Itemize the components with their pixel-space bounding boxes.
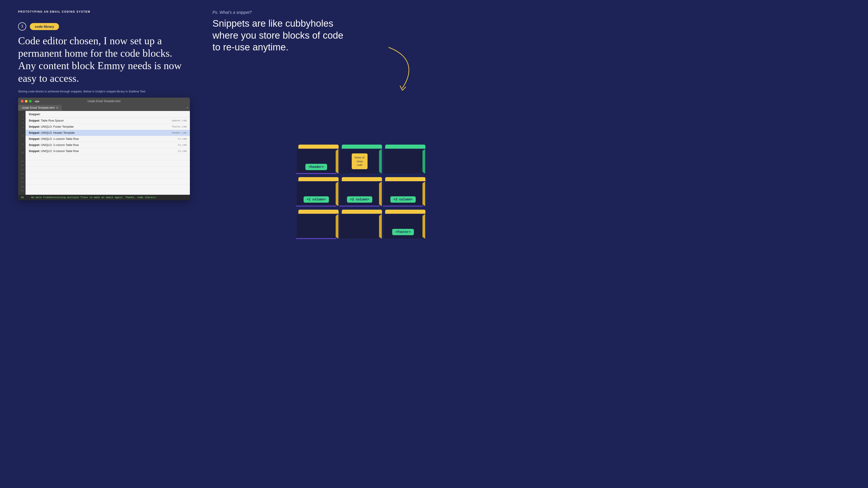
snippet-search-label: Snippet:: [29, 112, 40, 116]
dropdown-arrow[interactable]: ▾: [187, 106, 190, 109]
snippet-key-2col: t2,tab: [178, 144, 187, 147]
back-arrow: ◀: [34, 99, 37, 103]
snippet-item-2col[interactable]: Snippet: UNIQLO: 2-column Table Row t2,t…: [26, 142, 190, 148]
editor-titlebar: ◀ ▶ Uniqlo Email Template.html: [18, 98, 190, 105]
editor-window: ◀ ▶ Uniqlo Email Template.html Uniqlo Em…: [18, 98, 190, 200]
snippet-description: Snippets are like cubbyholes where you s…: [213, 18, 348, 53]
line-numbers: 1 2 3 4 6 8 10 12 13 14 15 16 17: [18, 111, 26, 195]
snippet-item-footer[interactable]: Snippet: UNIQLO: Footer Template footer,…: [26, 124, 190, 130]
snippet-bold-header: Snippet:: [29, 131, 41, 134]
snippet-bold-3col: Snippet:: [29, 150, 41, 153]
purple-stripe-3col: [383, 205, 423, 206]
arrow-svg: [375, 45, 421, 95]
purple-stripe-2col: [340, 205, 380, 206]
cubby-empty1: [383, 144, 423, 174]
snippet-item-3col[interactable]: Snippet: UNIQLO: 3-column Table Row t3,t…: [26, 148, 190, 154]
snippet-name-3col: UNIQLO: 3-column Table Row: [41, 150, 79, 153]
snippet-key-spacer: spacer,tab: [172, 119, 187, 122]
page-title: PROTOTYPING AN EMAIL CODING SYSTEM: [18, 10, 185, 13]
cubby-3col: <3 column>: [383, 177, 423, 206]
fullscreen-dot: [29, 100, 32, 103]
cubby-empty3: [340, 210, 380, 239]
snippet-key-3col: t3,tab: [178, 150, 187, 153]
purple-stripe-header: [296, 173, 336, 174]
snippet-item-1col[interactable]: Snippet: UNIQLO: 1-column Table Row t1,t…: [26, 136, 190, 142]
snippet-item-empty2: [26, 160, 190, 166]
snippet-list: Snippet: Snippet: Table Row Spacer space…: [26, 111, 190, 195]
purple-stripe-empty2: [296, 238, 336, 239]
tab-bar: Uniqlo Email Template.html ▾: [18, 105, 190, 111]
cubby-footer: <footer>: [383, 210, 423, 239]
forward-arrow: ▶: [37, 99, 40, 103]
snippet-key-footer: footer,tab: [172, 125, 187, 128]
snippet-key-1col: t1,tab: [178, 138, 187, 140]
terminal-line-number: 20: [21, 196, 24, 199]
snippet-bold-1col: Snippet:: [29, 137, 41, 140]
editor-body: 1 2 3 4 6 8 10 12 13 14 15 16 17: [18, 111, 190, 195]
active-tab[interactable]: Uniqlo Email Template.html: [18, 105, 62, 111]
cubby-1col: <1 column>: [296, 177, 336, 206]
tab-dot: [56, 107, 58, 109]
snippet-item-empty4: [26, 173, 190, 179]
snippet-item-empty1: [26, 154, 190, 160]
snippet-key-header: header,tab: [172, 131, 187, 134]
snippet-bold-footer: Snippet:: [29, 125, 41, 128]
badge-row: 3 code library: [18, 22, 185, 31]
editor-terminal: 20 No more Frankensteining multiple file…: [18, 195, 190, 200]
snippet-item-empty5: [26, 179, 190, 185]
snippet-item-header[interactable]: Snippet: UNIQLO: Header Template header,…: [26, 130, 190, 136]
traffic-lights: [21, 100, 32, 103]
minimize-dot: [25, 100, 28, 103]
close-dot: [21, 100, 24, 103]
col2-tag: <2 column>: [347, 196, 372, 203]
snippet-name-1col: UNIQLO: 1-column Table Row: [41, 137, 79, 140]
snippet-name-2col: UNIQLO: 2-column Table Row: [41, 143, 79, 147]
snippet-bold-spacer: Snippet:: [29, 119, 41, 122]
tab-label: Uniqlo Email Template.html: [22, 106, 55, 109]
purple-stripe-1col: [296, 205, 336, 206]
ps-text: Ps. What's a snippet?: [213, 10, 421, 15]
snippet-name-spacer: Table Row Spacer: [41, 119, 64, 122]
snippet-name-footer: UNIQLO: Footer Template: [41, 125, 74, 128]
cubby-2col: <2 column>: [340, 177, 380, 206]
cubbyholes-illustration: <header> home ofcleancode: [296, 144, 427, 239]
left-column: PROTOTYPING AN EMAIL CODING SYSTEM 3 cod…: [0, 0, 204, 244]
snippet-bold-2col: Snippet:: [29, 143, 41, 147]
main-heading: Code editor chosen, I now set up a perma…: [18, 35, 185, 85]
cubby-header: <header>: [296, 144, 336, 174]
right-column: Ps. What's a snippet? Snippets are like …: [204, 0, 434, 244]
cubby-home: home ofcleancode: [340, 144, 380, 174]
sub-text: Storing code blocks is achieved through …: [18, 90, 185, 94]
titlebar-filename: Uniqlo Email Template.html: [88, 100, 120, 103]
header-tag: <header>: [305, 164, 327, 170]
footer-tag: <footer>: [392, 229, 414, 235]
nav-arrows: ◀ ▶: [34, 99, 40, 103]
snippet-name-header: UNIQLO: Header Template: [41, 131, 75, 134]
col1-tag: <1 column>: [304, 196, 329, 203]
step-number: 3: [18, 22, 26, 31]
snippet-item-empty3: [26, 166, 190, 173]
badge-label: code library: [30, 23, 59, 30]
snippet-item-spacer[interactable]: Snippet: Table Row Spacer spacer,tab: [26, 118, 190, 124]
snippet-search-row: Snippet:: [26, 111, 190, 118]
cubby-empty2: [296, 210, 336, 239]
page: PROTOTYPING AN EMAIL CODING SYSTEM 3 cod…: [0, 0, 434, 244]
col3-tag: <3 column>: [391, 196, 416, 203]
home-tag: home ofcleancode: [352, 153, 368, 169]
terminal-text: No more Frankensteining multiple files t…: [31, 196, 157, 199]
